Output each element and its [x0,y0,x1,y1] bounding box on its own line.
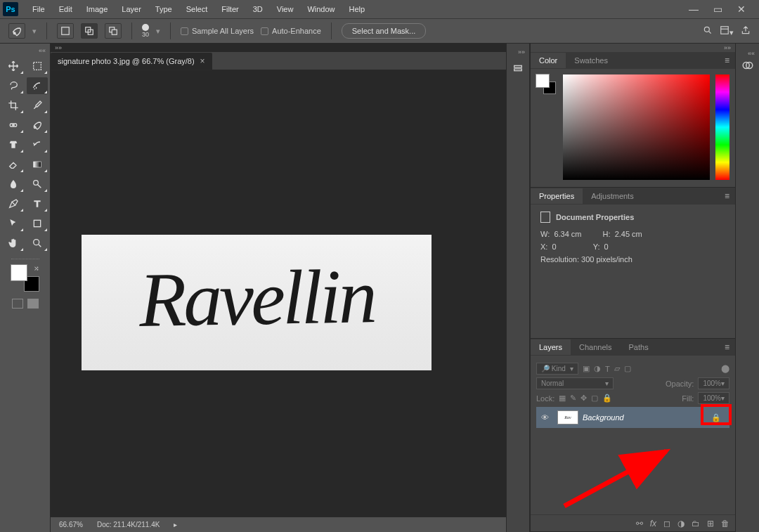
filter-type-icon[interactable]: T [605,365,610,373]
tab-properties[interactable]: Properties [531,188,583,204]
sample-all-layers-checkbox[interactable]: Sample All Layers [181,27,254,35]
gradient-tool[interactable] [27,156,48,173]
layer-fx-icon[interactable]: fx [650,519,656,528]
menu-filter[interactable]: Filter [214,5,245,13]
lock-transparency-icon[interactable]: ▦ [559,394,566,403]
eraser-tool[interactable] [3,156,24,173]
zoom-tool[interactable] [27,235,48,252]
fill-input[interactable]: 100%▾ [698,392,729,404]
tab-adjustments[interactable]: Adjustments [583,188,642,204]
dodge-tool[interactable] [27,176,48,193]
share-icon[interactable] [741,25,751,37]
menu-view[interactable]: View [270,5,301,13]
menu-edit[interactable]: Edit [52,5,79,13]
filter-toggle[interactable]: ⬤ [721,364,729,373]
layer-row-background[interactable]: 👁 Rav Background 🔒 [536,407,729,428]
collapse-right[interactable]: »» [531,44,735,52]
document-tab[interactable]: signature photo 3.jpg @ 66.7% (Gray/8) × [51,53,212,70]
layer-name[interactable]: Background [583,413,624,422]
expand-left[interactable]: »» [51,44,506,52]
menu-type[interactable]: Type [148,5,179,13]
foreground-background-color[interactable]: ⤭ [11,265,39,292]
hand-tool[interactable] [3,235,24,252]
menu-window[interactable]: Window [300,5,342,13]
filter-adjust-icon[interactable]: ◑ [594,364,601,373]
panel-fgbg[interactable] [536,74,557,181]
new-selection-icon[interactable] [57,23,74,39]
current-tool-icon[interactable] [8,23,25,39]
eyedropper-tool[interactable] [27,97,48,114]
quick-mask-toggle[interactable] [12,299,39,309]
blur-tool[interactable] [3,176,24,193]
shape-tool[interactable] [27,215,48,232]
move-tool[interactable] [3,58,24,74]
history-brush-tool[interactable] [27,136,48,153]
filter-smart-icon[interactable]: ▢ [624,364,631,373]
props-panel-menu-icon[interactable]: ≡ [719,191,735,201]
marquee-tool[interactable] [27,58,48,74]
crop-tool[interactable] [3,97,24,114]
tab-layers[interactable]: Layers [531,339,571,355]
doc-size[interactable]: Doc: 211.4K/211.4K [97,521,160,528]
lock-all-icon[interactable]: 🔒 [602,394,612,403]
delete-layer-icon[interactable]: 🗑 [721,519,729,528]
menu-help[interactable]: Help [342,5,372,13]
path-selection-tool[interactable] [3,215,24,232]
opacity-input[interactable]: 100%▾ [698,377,729,389]
search-icon[interactable] [703,25,713,37]
collapse-toolbox[interactable]: «« [0,46,50,55]
lock-artboard-icon[interactable]: ▢ [591,394,598,403]
filter-shape-icon[interactable]: ▱ [614,364,620,373]
layer-thumbnail[interactable]: Rav [557,410,578,424]
type-tool[interactable] [27,195,48,212]
tab-color[interactable]: Color [531,53,566,68]
pen-tool[interactable] [3,195,24,212]
menu-file[interactable]: File [25,5,52,13]
menu-3d[interactable]: 3D [246,5,270,13]
layer-lock-icon[interactable]: 🔒 [710,411,722,424]
link-layers-icon[interactable]: ⚯ [636,519,643,528]
menu-layer[interactable]: Layer [115,5,148,13]
cc-libraries-icon[interactable] [740,58,755,73]
document-canvas[interactable]: Ravellin [82,235,432,370]
window-close[interactable]: ✕ [734,3,749,15]
layer-filter-kind[interactable]: 🔎 Kind▾ [536,363,578,375]
color-panel-menu-icon[interactable]: ≡ [719,56,735,65]
expand-dock[interactable]: »» [507,48,529,56]
auto-enhance-checkbox[interactable]: Auto-Enhance [261,27,321,35]
tab-swatches[interactable]: Swatches [566,53,616,68]
color-field[interactable] [563,74,710,180]
menu-image[interactable]: Image [79,5,115,13]
quick-selection-tool[interactable] [27,77,48,94]
lasso-tool[interactable] [3,77,24,94]
hue-slider[interactable] [715,74,729,180]
subtract-selection-icon[interactable] [105,23,122,39]
clone-stamp-tool[interactable] [3,136,24,153]
workspace-icon[interactable]: ▾ [720,25,734,37]
menu-select[interactable]: Select [179,5,215,13]
new-group-icon[interactable]: 🗀 [692,519,700,528]
blend-mode-select[interactable]: Normal▾ [536,377,614,389]
expand-cc[interactable]: «« [736,49,759,58]
select-and-mask-button[interactable]: Select and Mask... [342,23,427,39]
window-maximize[interactable]: ▭ [710,3,725,15]
zoom-level[interactable]: 66.67% [59,521,83,528]
canvas-area[interactable]: Ravellin [51,70,506,517]
lock-position-icon[interactable]: ✥ [580,394,587,403]
visibility-toggle-icon[interactable]: 👁 [536,413,553,422]
history-panel-icon[interactable] [510,62,526,76]
tab-paths[interactable]: Paths [621,339,657,355]
tab-channels[interactable]: Channels [571,339,620,355]
add-adjustment-icon[interactable]: ◑ [677,519,685,528]
healing-brush-tool[interactable] [3,117,24,134]
layers-panel-menu-icon[interactable]: ≡ [719,342,735,352]
filter-pixel-icon[interactable]: ▣ [583,364,590,373]
close-tab-icon[interactable]: × [200,56,205,66]
status-arrow-icon[interactable]: ▸ [174,521,177,528]
add-mask-icon[interactable]: ◻ [663,519,670,528]
brush-size-preview[interactable]: 30 [142,24,149,38]
window-minimize[interactable]: — [686,3,701,15]
brush-tool[interactable] [27,117,48,134]
add-selection-icon[interactable] [81,23,98,39]
lock-pixels-icon[interactable]: ✎ [570,394,576,403]
